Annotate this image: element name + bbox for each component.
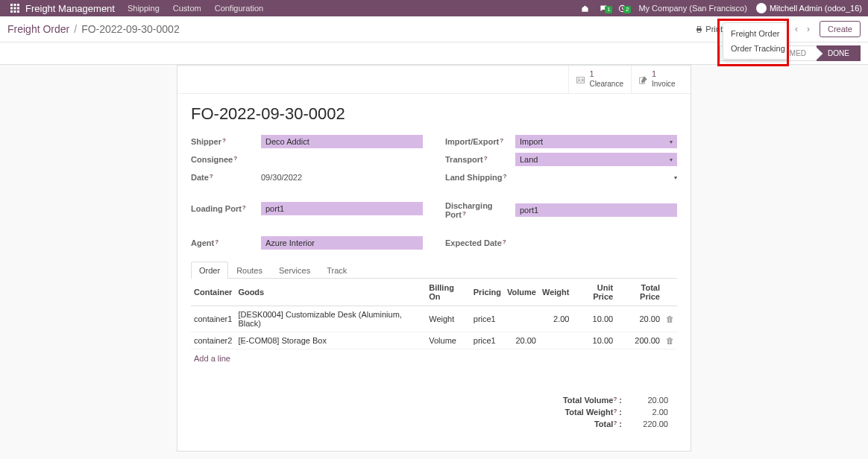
dd-order-tracking[interactable]: Order Tracking — [723, 41, 787, 56]
col-goods: Goods — [235, 279, 426, 306]
label-total-volume: Total Volume? — [555, 396, 622, 405]
breadcrumb-root[interactable]: Freight Order — [7, 23, 69, 35]
label-shipper: Shipper — [191, 137, 261, 146]
label-land-shipping: Land Shipping — [445, 173, 515, 182]
label-loading-port: Loading Port — [191, 204, 261, 213]
avatar — [756, 3, 767, 13]
stat-invoice[interactable]: 1Invoice — [631, 66, 691, 93]
table-row[interactable]: container2 [E-COM08] Storage Box Volume … — [191, 332, 677, 349]
field-consignee[interactable] — [261, 157, 423, 162]
caret-down-icon: ▾ — [670, 156, 673, 163]
col-weight: Weight — [539, 279, 572, 306]
col-total-price: Total Price — [616, 279, 663, 306]
label-discharging-port: Discharging Port — [445, 201, 515, 219]
field-loading-port[interactable]: port1 — [261, 202, 423, 215]
svg-rect-1 — [14, 4, 16, 6]
apps-icon[interactable] — [6, 0, 24, 16]
col-pricing: Pricing — [471, 279, 504, 306]
trash-icon[interactable]: 🗑 — [663, 332, 677, 349]
label-expected-date: Expected Date — [445, 238, 515, 247]
col-unit-price: Unit Price — [572, 279, 616, 306]
stat-buttons: 1Clearance 1Invoice — [177, 66, 691, 94]
label-date: Date — [191, 173, 261, 182]
app-name[interactable]: Freight Management — [24, 0, 121, 16]
total-volume: 20.00 — [631, 396, 668, 405]
label-transport: Transport — [445, 155, 515, 164]
label-agent: Agent — [191, 238, 261, 247]
breadcrumb: Freight Order / FO-2022-09-30-0002 — [7, 23, 180, 35]
svg-rect-12 — [698, 30, 701, 32]
field-shipper[interactable]: Deco Addict — [261, 135, 423, 148]
field-expected-date[interactable] — [515, 241, 677, 245]
caret-down-icon: ▾ — [670, 139, 673, 145]
field-transport[interactable]: Land▾ — [515, 153, 677, 166]
col-volume: Volume — [504, 279, 539, 306]
svg-rect-11 — [698, 26, 701, 28]
activities-icon[interactable]: 2 — [615, 4, 629, 13]
label-import-export: Import/Export — [445, 137, 515, 146]
total-weight: 2.00 — [631, 408, 668, 417]
user-menu[interactable]: Mitchell Admin (odoo_16) — [756, 3, 862, 13]
col-billing: Billing On — [426, 279, 471, 306]
pager-prev[interactable]: ‹ — [791, 24, 802, 34]
tab-order[interactable]: Order — [191, 262, 228, 279]
menu-custom[interactable]: Custom — [166, 0, 208, 16]
action-dropdown: Freight Order Order Tracking — [723, 22, 788, 60]
top-menubar: Freight Management Shipping Custom Confi… — [0, 0, 868, 16]
col-container: Container — [191, 279, 235, 306]
field-date[interactable]: 09/30/2022 — [261, 171, 423, 184]
id-card-icon — [576, 75, 585, 85]
tab-routes[interactable]: Routes — [228, 262, 271, 279]
company-selector[interactable]: My Company (San Francisco) — [634, 4, 752, 13]
field-agent[interactable]: Azure Interior — [261, 236, 423, 250]
trash-icon[interactable]: 🗑 — [663, 306, 677, 332]
tabs: Order Routes Services Track — [191, 261, 677, 279]
dd-freight-order[interactable]: Freight Order — [723, 26, 787, 41]
order-table: Container Goods Billing On Pricing Volum… — [191, 279, 677, 349]
pager-next[interactable]: › — [803, 24, 814, 34]
stat-clearance[interactable]: 1Clearance — [568, 66, 631, 93]
add-line[interactable]: Add a line — [191, 349, 677, 367]
field-import-export[interactable]: Import▾ — [515, 135, 677, 148]
label-total-weight: Total Weight? — [555, 408, 622, 417]
total-amount: 220.00 — [631, 420, 668, 428]
create-button[interactable]: Create — [820, 21, 861, 37]
tab-track[interactable]: Track — [318, 262, 355, 279]
menu-shipping[interactable]: Shipping — [121, 0, 166, 16]
field-discharging-port[interactable]: port1 — [515, 203, 677, 217]
chat-badge: 1 — [605, 6, 612, 13]
svg-rect-4 — [14, 7, 16, 10]
label-total: Total? — [555, 420, 622, 428]
svg-rect-7 — [14, 10, 16, 13]
field-land-shipping[interactable]: ▾ — [515, 172, 677, 183]
svg-rect-6 — [10, 10, 13, 13]
tab-services[interactable]: Services — [271, 262, 318, 279]
totals: Total Volume?20.00 Total Weight?2.00 Tot… — [191, 390, 677, 440]
breadcrumb-sep: / — [74, 23, 77, 35]
user-label: Mitchell Admin (odoo_16) — [770, 4, 862, 13]
svg-rect-8 — [17, 10, 19, 13]
label-consignee: Consignee — [191, 155, 261, 164]
form-sheet: 1Clearance 1Invoice FO-2022-09-30-0002 S… — [177, 65, 691, 452]
activity-badge: 2 — [623, 6, 631, 13]
caret-down-icon: ▾ — [674, 174, 677, 181]
record-title: FO-2022-09-30-0002 — [191, 104, 677, 124]
svg-point-15 — [578, 78, 580, 80]
svg-rect-0 — [10, 4, 13, 6]
home-icon[interactable] — [578, 4, 592, 13]
menu-configuration[interactable]: Configuration — [208, 0, 270, 16]
breadcrumb-record: FO-2022-09-30-0002 — [81, 23, 180, 35]
stage-done[interactable]: DONE — [817, 45, 861, 61]
table-row[interactable]: container1 [DESK0004] Customizable Desk … — [191, 306, 677, 332]
print-button[interactable]: Print — [695, 25, 723, 34]
svg-rect-5 — [17, 7, 19, 10]
messaging-icon[interactable]: 1 — [597, 4, 611, 13]
svg-rect-2 — [17, 4, 19, 6]
pencil-square-icon — [639, 75, 647, 85]
svg-rect-3 — [10, 7, 13, 10]
